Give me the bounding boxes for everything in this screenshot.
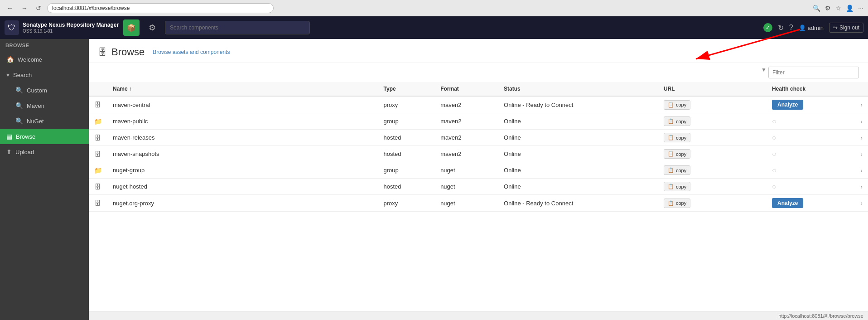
row-name-cell[interactable]: nuget-group: [107, 162, 378, 179]
col-health-header[interactable]: Health check: [767, 82, 855, 96]
row-format-cell: nuget: [435, 162, 498, 179]
app-logo-icon: 🛡: [5, 20, 19, 35]
health-circle-icon: ○: [772, 166, 776, 174]
col-status-header[interactable]: Status: [498, 82, 658, 96]
sidebar-item-upload[interactable]: ⬆ Upload: [0, 144, 89, 160]
help-icon[interactable]: ?: [789, 24, 793, 32]
browser-bar: ← → ↺ 🔍 ⚙ ☆ 👤 ···: [0, 0, 868, 16]
row-name-cell[interactable]: maven-releases: [107, 130, 378, 146]
table-row[interactable]: 🗄 maven-central proxy maven2 Online - Re…: [89, 96, 868, 113]
nav-browse-icon[interactable]: 📦: [123, 19, 140, 36]
row-expand-cell[interactable]: ›: [855, 179, 868, 195]
health-circle-icon: ○: [772, 134, 776, 141]
more-icon[interactable]: ···: [858, 5, 863, 12]
content-area: 🗄 Browse Browse assets and components ▼: [89, 39, 868, 320]
table-row[interactable]: 🗄 nuget-hosted hosted nuget Online 📋 cop…: [89, 179, 868, 195]
extensions-icon[interactable]: ⚙: [825, 5, 831, 12]
row-expand-cell[interactable]: ›: [855, 195, 868, 212]
profile-icon[interactable]: 👤: [846, 5, 854, 12]
sign-out-button[interactable]: ↪ Sign out: [829, 23, 863, 33]
sidebar-item-search[interactable]: ▾ Search: [0, 67, 89, 82]
row-type-cell: group: [378, 113, 435, 130]
sidebar-search-subitems: 🔍 Custom 🔍 Maven 🔍 NuGet: [0, 82, 89, 129]
health-status-icon: ✓: [763, 23, 772, 32]
table-row[interactable]: 📁 maven-public group maven2 Online 📋 cop…: [89, 113, 868, 130]
col-name-header[interactable]: Name ↑: [107, 82, 378, 96]
health-circle-icon: ○: [772, 117, 776, 125]
col-url-header[interactable]: URL: [658, 82, 767, 96]
row-format-cell: maven2: [435, 96, 498, 113]
sidebar-item-browse[interactable]: ▤ Browse: [0, 129, 89, 144]
table-row[interactable]: 🗄 maven-releases hosted maven2 Online 📋 …: [89, 130, 868, 146]
browse-db-icon: 🗄: [98, 47, 107, 58]
copy-icon: 📋: [668, 102, 674, 108]
analyze-button[interactable]: Analyze: [772, 100, 803, 110]
filter-bar: ▼: [89, 63, 868, 82]
row-name-cell[interactable]: nuget.org-proxy: [107, 195, 378, 212]
copy-url-button[interactable]: 📋 copy: [664, 116, 690, 126]
chevron-right-icon: ›: [860, 101, 863, 108]
copy-url-button[interactable]: 📋 copy: [664, 165, 690, 175]
hosted-icon: 🗄: [94, 150, 101, 158]
row-name-cell[interactable]: nuget-hosted: [107, 179, 378, 195]
filter-input[interactable]: [768, 67, 859, 78]
refresh-icon[interactable]: ↻: [778, 24, 784, 32]
content-body: ▼ Name ↑ Type Format Status URL Health c…: [89, 63, 868, 311]
copy-url-button[interactable]: 📋 copy: [664, 100, 690, 110]
app-header: 🛡 Sonatype Nexus Repository Manager OSS …: [0, 16, 868, 39]
copy-url-button[interactable]: 📋 copy: [664, 133, 690, 142]
table-row[interactable]: 🗄 nuget.org-proxy proxy nuget Online - R…: [89, 195, 868, 212]
filter-icon: ▼: [761, 67, 767, 78]
nav-gear-icon[interactable]: ⚙: [144, 19, 160, 36]
row-name-cell[interactable]: maven-public: [107, 113, 378, 130]
admin-menu[interactable]: 👤 admin: [799, 24, 824, 31]
sidebar-item-nuget[interactable]: 🔍 NuGet: [5, 113, 89, 129]
row-type-cell: proxy: [378, 195, 435, 212]
chevron-right-icon: ›: [860, 183, 863, 190]
copy-url-button[interactable]: 📋 copy: [664, 182, 690, 191]
search-input[interactable]: [165, 21, 310, 34]
row-expand-cell[interactable]: ›: [855, 113, 868, 130]
row-type-cell: proxy: [378, 96, 435, 113]
copy-url-button[interactable]: 📋 copy: [664, 199, 690, 208]
sidebar-item-maven[interactable]: 🔍 Maven: [5, 98, 89, 113]
forward-button[interactable]: →: [19, 4, 30, 13]
refresh-button[interactable]: ↺: [34, 4, 43, 13]
health-circle-icon: ○: [772, 150, 776, 158]
col-format-header[interactable]: Format: [435, 82, 498, 96]
row-name-cell[interactable]: maven-central: [107, 96, 378, 113]
bookmark-icon[interactable]: ☆: [835, 5, 841, 12]
row-status-cell: Online: [498, 162, 658, 179]
back-button[interactable]: ←: [5, 4, 15, 13]
row-type-cell: hosted: [378, 130, 435, 146]
table-row[interactable]: 📁 nuget-group group nuget Online 📋 copy …: [89, 162, 868, 179]
admin-avatar-icon: 👤: [799, 24, 806, 31]
copy-icon: 📋: [668, 151, 674, 157]
sign-out-icon: ↪: [833, 24, 838, 31]
search-browser-icon[interactable]: 🔍: [813, 5, 820, 12]
chevron-right-icon: ›: [860, 167, 863, 174]
row-expand-cell[interactable]: ›: [855, 130, 868, 146]
upload-icon: ⬆: [6, 148, 12, 155]
row-name-cell[interactable]: maven-snapshots: [107, 146, 378, 162]
app-title: Sonatype Nexus Repository Manager: [23, 22, 119, 29]
row-status-cell: Online: [498, 146, 658, 162]
copy-url-button[interactable]: 📋 copy: [664, 149, 690, 159]
chevron-right-icon: ›: [860, 118, 863, 125]
row-expand-cell[interactable]: ›: [855, 146, 868, 162]
url-bar[interactable]: [47, 3, 274, 13]
row-health-cell: ○: [767, 162, 855, 179]
col-type-header[interactable]: Type: [378, 82, 435, 96]
row-icon-cell: 📁: [89, 113, 107, 130]
col-icon-header: [89, 82, 107, 96]
row-expand-cell[interactable]: ›: [855, 96, 868, 113]
row-icon-cell: 🗄: [89, 195, 107, 212]
sidebar-item-welcome[interactable]: 🏠 Welcome: [0, 52, 89, 67]
row-expand-cell[interactable]: ›: [855, 162, 868, 179]
status-url: http://localhost:8081/#!/browse/browse: [778, 313, 863, 319]
row-url-cell: 📋 copy: [658, 179, 767, 195]
sidebar-item-custom[interactable]: 🔍 Custom: [5, 82, 89, 98]
sign-out-label: Sign out: [839, 24, 859, 31]
analyze-button[interactable]: Analyze: [772, 198, 803, 208]
table-row[interactable]: 🗄 maven-snapshots hosted maven2 Online 📋…: [89, 146, 868, 162]
